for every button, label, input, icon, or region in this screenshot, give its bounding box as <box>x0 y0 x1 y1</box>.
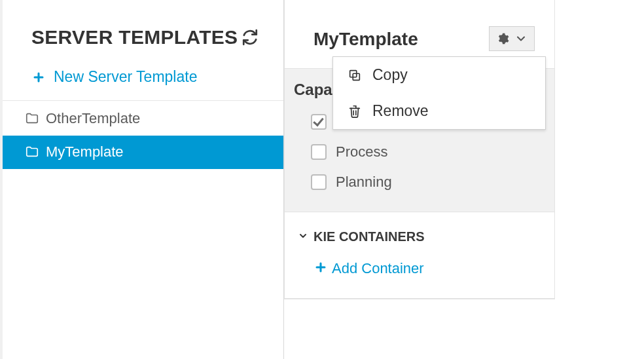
menu-item-label: Copy <box>372 66 408 84</box>
add-container-label: Add Container <box>332 260 424 277</box>
sidebar-item-label: MyTemplate <box>46 143 124 161</box>
kie-containers-header[interactable]: KIE CONTAINERS <box>285 212 554 255</box>
new-server-template-link[interactable]: New Server Template <box>3 64 283 101</box>
detail-title: MyTemplate <box>313 29 418 50</box>
capability-label: Planning <box>336 174 392 191</box>
detail-panel: MyTemplate Capability Rule <box>284 0 644 359</box>
add-container-link[interactable]: Add Container <box>285 255 554 298</box>
sidebar-title: SERVER TEMPLATES <box>31 26 238 48</box>
new-server-template-label: New Server Template <box>54 68 197 86</box>
app-root: SERVER TEMPLATES New Server Template <box>0 0 644 359</box>
plus-icon <box>33 71 45 83</box>
plus-icon <box>315 260 327 277</box>
refresh-button[interactable] <box>239 26 261 48</box>
menu-item-copy[interactable]: Copy <box>333 57 545 93</box>
capability-label: Process <box>336 143 387 161</box>
refresh-icon <box>241 29 259 46</box>
checkbox-rule[interactable] <box>311 114 327 130</box>
gear-dropdown-menu: Copy Remove <box>332 56 546 130</box>
menu-item-label: Remove <box>372 102 429 120</box>
gear-icon <box>496 32 509 45</box>
folder-icon <box>25 145 39 159</box>
checkbox-planning[interactable] <box>311 174 327 190</box>
sidebar-header: SERVER TEMPLATES <box>3 0 283 64</box>
menu-item-remove[interactable]: Remove <box>333 93 545 129</box>
copy-icon <box>348 68 362 83</box>
capability-row-planning[interactable]: Planning <box>311 167 545 197</box>
sidebar: SERVER TEMPLATES New Server Template <box>0 0 284 359</box>
kie-header-label: KIE CONTAINERS <box>313 229 425 244</box>
folder-icon <box>25 111 39 126</box>
sidebar-item-other-template[interactable]: OtherTemplate <box>3 102 283 136</box>
capability-row-process[interactable]: Process <box>311 137 545 167</box>
detail-inner: MyTemplate Capability Rule <box>284 0 555 299</box>
trash-icon <box>348 104 362 119</box>
kie-section: KIE CONTAINERS Add Container <box>285 212 554 299</box>
sidebar-item-label: OtherTemplate <box>46 110 140 127</box>
chevron-down-icon <box>298 229 308 244</box>
gear-dropdown-button[interactable] <box>489 26 535 51</box>
sidebar-item-my-template[interactable]: MyTemplate <box>3 136 283 169</box>
template-list: OtherTemplate MyTemplate <box>3 101 283 169</box>
checkbox-process[interactable] <box>311 144 327 160</box>
chevron-down-icon <box>514 32 528 45</box>
